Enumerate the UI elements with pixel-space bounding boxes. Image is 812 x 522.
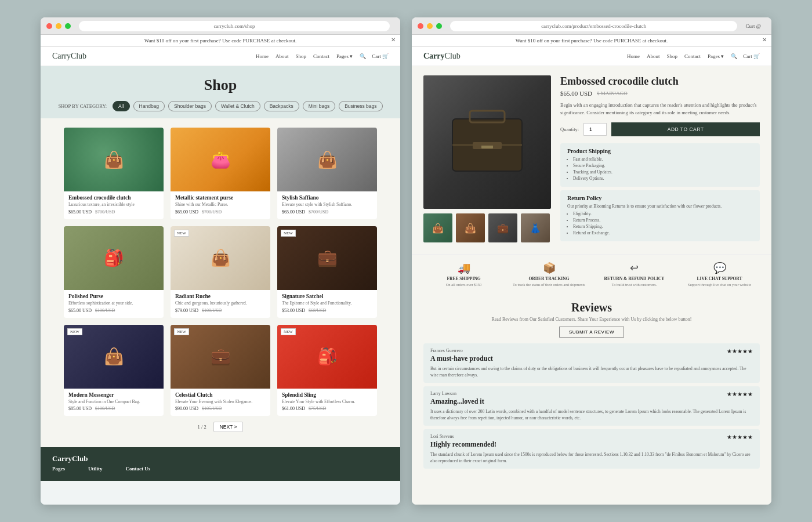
right-nav-home[interactable]: Home: [627, 53, 640, 59]
reviews-title: Reviews: [423, 301, 760, 314]
return-item-1: Eligibility.: [573, 211, 753, 216]
next-page-button[interactable]: NEXT >: [213, 422, 244, 432]
nav-contact[interactable]: Contact: [313, 53, 329, 59]
product-grid-container: 👜 Embossed crocodile clutch Luxurious te…: [41, 118, 400, 447]
right-cart-link[interactable]: Cart 🛒: [743, 53, 760, 59]
review-stars-3: ★★★★★: [727, 434, 753, 440]
list-item[interactable]: NEW 👜 Radiant Ruche Chic and gorgeous, l…: [171, 226, 270, 318]
cat-handbag[interactable]: Handbag: [133, 101, 165, 111]
shipping-title: Product Shipping: [567, 148, 753, 154]
feature-chat: 💬 LIVE CHAT SUPPORT Support through live…: [677, 262, 762, 287]
left-browser-window: carryclub.com/shop Want $10 off on your …: [41, 17, 400, 505]
shop-page: Want $10 off on your first purchase? Use…: [41, 35, 400, 505]
new-badge-8: NEW: [174, 328, 189, 335]
returns-icon: ↩: [592, 262, 677, 274]
product-main-image: 👜 👜 💼 👗: [423, 75, 551, 245]
old-price-3: $700/USD: [309, 209, 328, 215]
product-name-1: Embossed crocodile clutch: [68, 195, 159, 201]
cat-business[interactable]: Business bags: [339, 101, 382, 111]
cat-all[interactable]: All: [113, 101, 129, 111]
new-badge-7: NEW: [67, 328, 82, 335]
footer-pages-title: Pages: [52, 466, 65, 472]
feature-shipping-desc: On all orders over $150: [421, 282, 506, 287]
max-btn-right[interactable]: [436, 23, 442, 29]
reviewer-name-2: Larry Lawson: [430, 391, 484, 396]
right-nav-about[interactable]: About: [647, 53, 660, 59]
shipping-item-4: Delivery Options.: [573, 176, 753, 181]
old-price-4: $100/USD: [95, 308, 115, 313]
promo-close[interactable]: ✕: [391, 37, 396, 43]
right-browser-window: carryclub.com/product/embossed-crocodile…: [412, 17, 771, 505]
address-bar-left[interactable]: carryclub.com/shop: [79, 21, 390, 31]
thumb-3[interactable]: 💼: [488, 213, 517, 242]
search-icon[interactable]: 🔍: [360, 53, 366, 59]
browser-chrome-left: carryclub.com/shop: [41, 17, 400, 35]
product-name-3: Stylish Saffiano: [282, 195, 372, 201]
min-btn-left[interactable]: [56, 23, 61, 29]
nav-logo: CarryClub: [52, 52, 86, 61]
review-text-1: But in certain circumstances and owing t…: [430, 366, 753, 378]
cat-wallet[interactable]: Wallet & Clutch: [215, 101, 260, 111]
thumb-4[interactable]: 👗: [521, 213, 550, 242]
new-badge-5: NEW: [174, 230, 189, 237]
product-info-8: Celestial Clutch Elevate Your Evening wi…: [171, 389, 270, 412]
list-item[interactable]: 👜 Embossed crocodile clutch Luxurious te…: [64, 128, 164, 219]
close-btn-right[interactable]: [418, 23, 423, 29]
product-desc-2: Shine with our Metallic Purse.: [175, 202, 266, 208]
product-info-6: Signature Satchel The Epitome of Style a…: [277, 290, 377, 313]
right-nav-bar: CarryClub Home About Shop Contact Pages …: [412, 47, 771, 66]
review-card-3: Lori Stevens Highly recommended! ★★★★★ T…: [423, 429, 760, 469]
cat-shoulder[interactable]: Shoulder bags: [168, 101, 212, 111]
list-item[interactable]: NEW 👜 Modern Messenger Style and Functio…: [64, 325, 164, 416]
feature-chat-title: LIVE CHAT SUPPORT: [677, 276, 762, 281]
review-headline-1: A must-have product: [430, 354, 493, 363]
cart-link[interactable]: Cart 🛒: [372, 53, 389, 59]
product-info-4: Polished Purse Effortless sophistication…: [64, 290, 164, 313]
new-badge-9: NEW: [281, 328, 296, 335]
shop-hero: Shop SHOP BY CATEGORY: All Handbag Shoul…: [41, 66, 400, 118]
thumb-1[interactable]: 👜: [423, 213, 452, 242]
cat-backpack[interactable]: Backpacks: [264, 101, 299, 111]
thumb-2[interactable]: 👜: [456, 213, 485, 242]
list-item[interactable]: 👜 Stylish Saffiano Elevate your style wi…: [277, 128, 377, 219]
min-btn-right[interactable]: [427, 23, 433, 29]
right-nav-contact[interactable]: Contact: [684, 53, 701, 59]
list-item[interactable]: 👛 Metallic statement purse Shine with ou…: [171, 128, 270, 219]
list-item[interactable]: NEW 🎒 Splendid Sling Elevate Your Style …: [277, 325, 377, 416]
nav-shop[interactable]: Shop: [295, 53, 306, 59]
shipping-list: Fast and reliable. Secure Packaging. Tra…: [573, 157, 753, 181]
nav-about[interactable]: About: [276, 53, 289, 59]
list-item[interactable]: NEW 💼 Signature Satchel The Epitome of S…: [277, 226, 377, 318]
new-badge-6: NEW: [281, 230, 296, 237]
max-btn-left[interactable]: [65, 23, 71, 29]
cat-mini[interactable]: Mini bags: [303, 101, 335, 111]
product-name-4: Polished Purse: [68, 293, 159, 299]
nav-pages[interactable]: Pages ▾: [336, 53, 353, 59]
quantity-input[interactable]: [583, 123, 607, 136]
product-price-2: $65.00 USD $700/USD: [175, 209, 266, 215]
product-image-4: 🎒: [64, 226, 164, 290]
submit-review-button[interactable]: SUBMIT A REVIEW: [559, 327, 624, 338]
right-nav-shop[interactable]: Shop: [666, 53, 677, 59]
right-nav-pages[interactable]: Pages ▾: [708, 53, 724, 59]
list-item[interactable]: 🎒 Polished Purse Effortless sophisticati…: [64, 226, 164, 318]
product-name-2: Metallic statement purse: [175, 195, 266, 201]
bag-khaki-img: 🎒: [64, 226, 164, 290]
add-to-cart-button[interactable]: ADD TO CART: [611, 122, 760, 136]
reviews-section: Reviews Read Reviews from Our Satisfied …: [412, 294, 771, 479]
footer-col-contact: Contact Us: [126, 466, 151, 474]
quantity-row: Quantity: ADD TO CART: [560, 122, 760, 136]
list-item[interactable]: NEW 💼 Celestial Clutch Elevate Your Even…: [171, 325, 270, 416]
right-promo-close[interactable]: ✕: [762, 37, 767, 43]
product-desc-8: Elevate Your Evening with Stolen Eleganc…: [175, 399, 266, 405]
detail-price-row: $65.00 USD $ MAIN/AGO: [560, 90, 760, 97]
nav-home[interactable]: Home: [256, 53, 269, 59]
tracking-icon: 📦: [506, 262, 592, 274]
return-item-3: Return Shipping.: [573, 224, 753, 229]
logo-club: Club: [71, 52, 86, 60]
close-btn-left[interactable]: [46, 23, 52, 29]
product-detail-page: Want $10 off on your first purchase? Use…: [412, 35, 771, 505]
right-search-icon[interactable]: 🔍: [731, 53, 737, 59]
product-image-7: NEW 👜: [64, 325, 164, 389]
address-bar-right[interactable]: carryclub.com/product/embossed-crocodile…: [450, 21, 737, 31]
